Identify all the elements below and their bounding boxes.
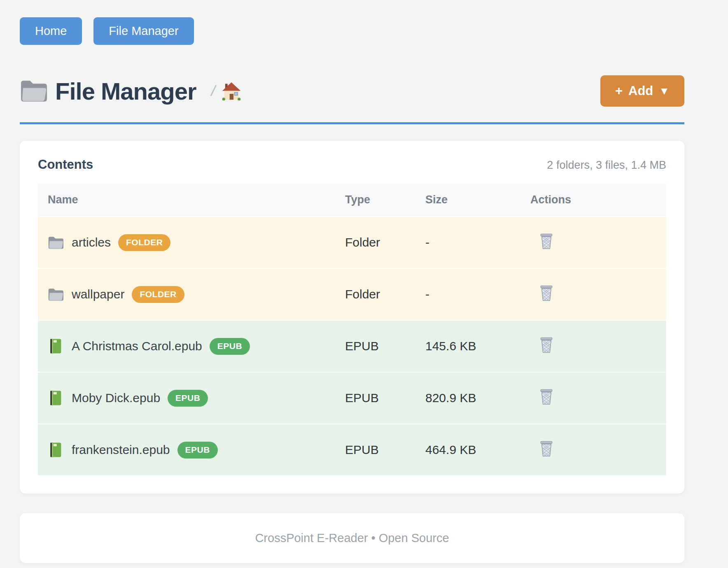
footer-card: CrossPoint E-Reader • Open Source xyxy=(20,513,684,563)
table-row: A Christmas Carol.epub EPUB EPUB 145.6 K… xyxy=(38,320,666,372)
size-cell: 820.9 KB xyxy=(425,372,530,424)
delete-button[interactable] xyxy=(539,233,553,251)
page-title: File Manager xyxy=(55,77,196,105)
file-name[interactable]: frankenstein.epub xyxy=(72,443,170,457)
trash-icon xyxy=(539,285,553,302)
top-nav: Home File Manager xyxy=(20,0,684,45)
table-row: Moby Dick.epub EPUB EPUB 820.9 KB xyxy=(38,372,666,424)
plus-icon: + xyxy=(615,84,623,98)
file-name[interactable]: wallpaper xyxy=(72,287,124,301)
delete-button[interactable] xyxy=(539,285,553,303)
footer-text: CrossPoint E-Reader • Open Source xyxy=(38,531,666,545)
folder-badge: FOLDER xyxy=(132,286,184,303)
column-header-actions: Actions xyxy=(530,184,666,216)
epub-badge: EPUB xyxy=(210,338,250,355)
table-header-row: Name Type Size Actions xyxy=(38,184,666,216)
size-cell: 145.6 KB xyxy=(425,320,530,372)
size-cell: 464.9 KB xyxy=(425,424,530,475)
trash-icon xyxy=(539,337,553,354)
file-table: Name Type Size Actions articles FOLDER F… xyxy=(38,184,666,475)
file-name[interactable]: Moby Dick.epub xyxy=(72,391,160,405)
table-row: articles FOLDER Folder - xyxy=(38,216,666,268)
nav-home-button[interactable]: Home xyxy=(20,17,82,45)
add-button-label: Add xyxy=(628,84,653,98)
delete-button[interactable] xyxy=(539,337,553,355)
caret-down-icon: ▼ xyxy=(659,85,670,98)
size-cell: - xyxy=(425,216,530,268)
page-container: Home File Manager File Manager / +Add▼ C… xyxy=(20,0,684,563)
trash-icon xyxy=(539,389,553,405)
size-cell: - xyxy=(425,268,530,320)
book-icon xyxy=(48,339,63,354)
add-button[interactable]: +Add▼ xyxy=(600,75,684,107)
breadcrumb: / xyxy=(211,82,241,100)
table-row: frankenstein.epub EPUB EPUB 464.9 KB xyxy=(38,424,666,475)
folder-icon xyxy=(20,79,47,102)
folder-icon xyxy=(48,235,63,250)
type-cell: EPUB xyxy=(345,372,425,424)
card-title: Contents xyxy=(38,157,93,172)
file-name[interactable]: A Christmas Carol.epub xyxy=(72,339,202,353)
column-header-name: Name xyxy=(38,184,345,216)
delete-button[interactable] xyxy=(539,389,553,407)
type-cell: Folder xyxy=(345,216,425,268)
column-header-type: Type xyxy=(345,184,425,216)
book-icon xyxy=(48,391,63,405)
contents-card: Contents 2 folders, 3 files, 1.4 MB Name… xyxy=(20,141,684,494)
folder-badge: FOLDER xyxy=(118,234,170,251)
trash-icon xyxy=(539,441,553,457)
book-icon xyxy=(48,442,63,457)
type-cell: EPUB xyxy=(345,424,425,475)
title-divider xyxy=(20,122,684,124)
type-cell: Folder xyxy=(345,268,425,320)
trash-icon xyxy=(539,233,553,250)
type-cell: EPUB xyxy=(345,320,425,372)
table-row: wallpaper FOLDER Folder - xyxy=(38,268,666,320)
house-icon[interactable] xyxy=(222,82,241,100)
file-name[interactable]: articles xyxy=(72,235,111,249)
epub-badge: EPUB xyxy=(168,390,208,407)
nav-file-manager-button[interactable]: File Manager xyxy=(93,17,194,45)
contents-summary: 2 folders, 3 files, 1.4 MB xyxy=(547,159,666,172)
column-header-size: Size xyxy=(425,184,530,216)
page-header: File Manager / +Add▼ xyxy=(20,75,684,107)
delete-button[interactable] xyxy=(539,441,553,459)
breadcrumb-separator: / xyxy=(209,82,217,100)
folder-icon xyxy=(48,287,63,302)
epub-badge: EPUB xyxy=(177,442,218,459)
